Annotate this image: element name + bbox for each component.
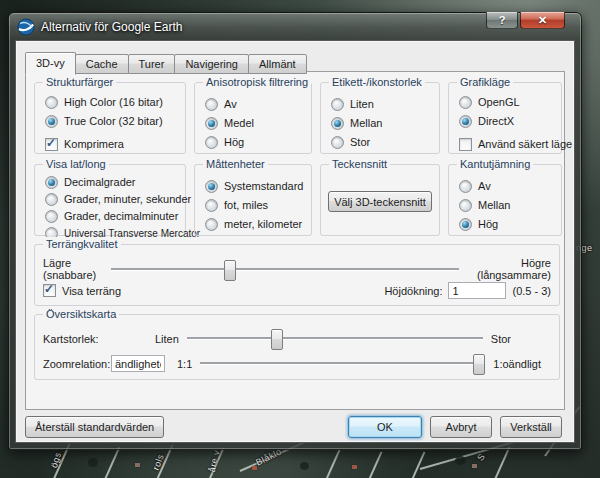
cancel-button[interactable]: Avbryt <box>430 416 492 438</box>
checkbox-safe-mode[interactable]: Använd säkert läge <box>459 137 561 151</box>
group-title: Måttenheter <box>203 157 268 171</box>
slider-track <box>187 337 483 339</box>
group-antialiasing: Kantutjämning Av Mellan Hög <box>448 164 562 236</box>
choose-3d-font-button[interactable]: Välj 3D-teckensnitt <box>328 191 432 212</box>
radio-aa-off[interactable]: Av <box>459 179 561 193</box>
checkbox-label: Använd säkert läge <box>478 138 572 150</box>
checkbox-icon <box>459 138 472 151</box>
radio-size-large[interactable]: Stor <box>331 135 439 149</box>
restore-defaults-button[interactable]: Återställ standardvärden <box>25 416 164 438</box>
radio-aa-medium[interactable]: Mellan <box>459 198 561 212</box>
map-street-label: ögs <box>49 451 63 469</box>
button-label: Välj 3D-teckensnitt <box>334 196 426 208</box>
tab-label: Cache <box>86 58 118 70</box>
map-street-label: rols <box>151 453 166 472</box>
radio-size-medium[interactable]: Mellan <box>331 116 439 130</box>
tab-3d-view[interactable]: 3D-vy <box>25 52 76 75</box>
tab-page-3d-view: Strukturfärger High Color (16 bitar) Tru… <box>25 71 565 410</box>
radio-af-medium[interactable]: Medel <box>205 116 311 130</box>
group-title: Grafikläge <box>457 75 513 89</box>
dialog-footer: Återställ standardvärden OK Avbryt Verks… <box>25 417 565 437</box>
elevation-exaggeration-input[interactable] <box>448 282 506 299</box>
caption-buttons: ? ✕ <box>484 12 565 29</box>
group-title: Anisotropisk filtrering <box>203 75 311 89</box>
map-street-label: åre v <box>207 449 222 473</box>
map-size-slider[interactable] <box>187 329 483 348</box>
radio-true-color[interactable]: True Color (32 bitar) <box>45 114 185 128</box>
close-button[interactable]: ✕ <box>520 12 565 29</box>
terrain-quality-slider[interactable] <box>111 260 459 279</box>
group-fonts: Teckensnitt Välj 3D-teckensnitt <box>320 164 440 236</box>
map-tree <box>455 456 466 465</box>
radio-meters-km[interactable]: meter, kilometer <box>205 217 311 231</box>
tab-general[interactable]: Allmänt <box>248 54 307 74</box>
titlebar[interactable]: Alternativ för Google Earth ? ✕ <box>9 13 581 40</box>
apply-button[interactable]: Verkställ <box>500 416 562 438</box>
group-units: Måttenheter Systemstandard fot, miles me… <box>194 164 312 236</box>
radio-opengl[interactable]: OpenGL <box>459 95 561 109</box>
zoom-relation-slider[interactable] <box>200 354 485 373</box>
radio-label: Av <box>478 180 491 192</box>
zoom-relation-slider-thumb[interactable] <box>473 354 485 375</box>
tab-tours[interactable]: Turer <box>128 54 176 74</box>
radio-label: meter, kilometer <box>224 218 302 230</box>
group-title: Översiktskarta <box>43 307 119 321</box>
radio-icon <box>459 180 472 193</box>
radio-icon <box>205 218 218 231</box>
radio-af-high[interactable]: Hög <box>205 135 311 149</box>
help-button-label: ? <box>499 14 506 26</box>
map-size-label: Kartstorlek: <box>43 333 155 345</box>
close-icon: ✕ <box>538 14 547 27</box>
radio-label: High Color (16 bitar) <box>64 96 163 108</box>
zoom-relation-input[interactable] <box>111 355 165 372</box>
radio-icon <box>45 176 58 189</box>
group-show-latlong: Visa lat/long Decimalgrader Grader, minu… <box>34 164 186 236</box>
group-label-icon-size: Etikett-/ikonstorlek Liten Mellan Stor <box>320 82 440 154</box>
radio-dms[interactable]: Grader, minuter, sekunder <box>45 192 185 206</box>
group-title: Teckensnitt <box>329 157 390 171</box>
map-road <box>364 451 383 478</box>
group-graphics-mode: Grafikläge OpenGL DirectX Använd säkert … <box>448 82 562 154</box>
radio-aa-high[interactable]: Hög <box>459 217 561 231</box>
checkbox-label: Komprimera <box>64 138 124 150</box>
map-size-max-label: Stor <box>491 333 511 345</box>
radio-icon <box>331 136 344 149</box>
checkbox-compress[interactable]: Komprimera <box>45 137 185 151</box>
window-title: Alternativ för Google Earth <box>41 20 182 34</box>
zoom-relation-label: Zoomrelation: <box>43 358 111 370</box>
group-anisotropic-filtering: Anisotropisk filtrering Av Medel Hög <box>194 82 312 154</box>
zoom-min-label: 1:1 <box>177 358 192 370</box>
help-button[interactable]: ? <box>486 12 518 29</box>
button-label: Avbryt <box>446 421 477 433</box>
radio-directx[interactable]: DirectX <box>459 114 561 128</box>
radio-decimal-degrees[interactable]: Decimalgrader <box>45 175 185 189</box>
map-road <box>102 446 121 478</box>
radio-icon <box>459 199 472 212</box>
radio-af-off[interactable]: Av <box>205 97 311 111</box>
slider-track <box>200 362 485 364</box>
radio-feet-miles[interactable]: fot, miles <box>205 198 311 212</box>
radio-icon <box>459 115 472 128</box>
checkbox-show-terrain[interactable]: Visa terräng <box>43 284 121 297</box>
map-house <box>252 466 257 470</box>
radio-system-default[interactable]: Systemstandard <box>205 179 311 193</box>
map-tree <box>300 462 309 470</box>
radio-label: fot, miles <box>224 199 268 211</box>
checkbox-icon <box>43 284 56 297</box>
tab-cache[interactable]: Cache <box>75 54 129 74</box>
tab-navigation[interactable]: Navigering <box>174 54 249 74</box>
dialog-client-area: 3D-vy Cache Turer Navigering Allmänt Str… <box>15 40 575 443</box>
radio-size-small[interactable]: Liten <box>331 97 439 111</box>
group-title: Etikett-/ikonstorlek <box>329 75 425 89</box>
radio-high-color[interactable]: High Color (16 bitar) <box>45 95 185 109</box>
map-size-slider-thumb[interactable] <box>271 329 283 350</box>
radio-icon <box>331 117 344 130</box>
radio-label: Mellan <box>350 117 382 129</box>
radio-decimal-minutes[interactable]: Grader, decimalminuter <box>45 209 185 223</box>
radio-icon <box>45 193 58 206</box>
ok-button[interactable]: OK <box>348 416 422 438</box>
radio-icon <box>205 117 218 130</box>
terrain-quality-slider-thumb[interactable] <box>224 260 236 281</box>
zoom-max-label: 1:oändligt <box>493 358 541 370</box>
map-road <box>322 449 341 478</box>
